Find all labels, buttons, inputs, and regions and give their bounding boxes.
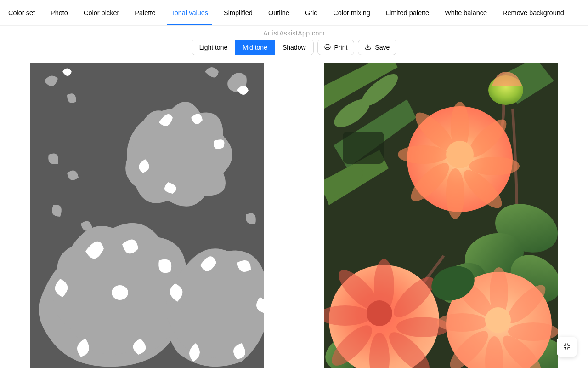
tonal-svg (30, 63, 264, 368)
tab-remove-background[interactable]: Remove background (503, 1, 564, 25)
print-label: Print (334, 44, 348, 51)
photo-panel[interactable] (324, 63, 558, 368)
tab-outline[interactable]: Outline (268, 1, 289, 25)
tone-shadow[interactable]: Shadow (275, 40, 313, 55)
tonal-panel[interactable] (30, 63, 264, 368)
svg-point-45 (485, 307, 511, 333)
tab-white-balance[interactable]: White balance (445, 1, 487, 25)
print-icon (324, 44, 331, 52)
svg-point-19 (469, 157, 520, 175)
photo-svg (324, 63, 558, 368)
svg-point-2 (112, 285, 128, 300)
tone-light[interactable]: Light tone (192, 40, 235, 55)
tab-grid[interactable]: Grid (305, 1, 317, 25)
fullscreen-exit-icon (563, 343, 571, 351)
svg-point-43 (437, 313, 487, 332)
download-icon (365, 44, 371, 52)
print-button[interactable]: Print (317, 40, 355, 55)
app-watermark: ArtistAssistApp.com (0, 29, 588, 37)
tone-mid[interactable]: Mid tone (235, 40, 275, 55)
tone-segmented: Light tone Mid tone Shadow (192, 40, 314, 55)
main-tabs: Color set Photo Color picker Palette Ton… (0, 0, 588, 26)
tab-palette[interactable]: Palette (135, 1, 155, 25)
tab-photo[interactable]: Photo (51, 1, 68, 25)
tab-color-set[interactable]: Color set (8, 1, 35, 25)
save-button[interactable]: Save (358, 40, 396, 55)
svg-point-39 (508, 322, 558, 341)
save-label: Save (375, 44, 390, 51)
tab-limited-palette[interactable]: Limited palette (386, 1, 429, 25)
svg-point-35 (367, 300, 392, 326)
tab-tonal-values[interactable]: Tonal values (171, 1, 208, 25)
tab-color-picker[interactable]: Color picker (84, 1, 119, 25)
svg-point-25 (446, 141, 474, 168)
toolbar: Light tone Mid tone Shadow Print Save (0, 40, 588, 55)
tab-simplified[interactable]: Simplified (224, 1, 253, 25)
svg-rect-7 (343, 132, 384, 164)
tab-color-mixing[interactable]: Color mixing (333, 1, 370, 25)
svg-point-23 (398, 145, 448, 164)
svg-point-21 (446, 168, 464, 219)
fullscreen-exit-button[interactable] (557, 337, 577, 357)
panels (0, 55, 588, 368)
